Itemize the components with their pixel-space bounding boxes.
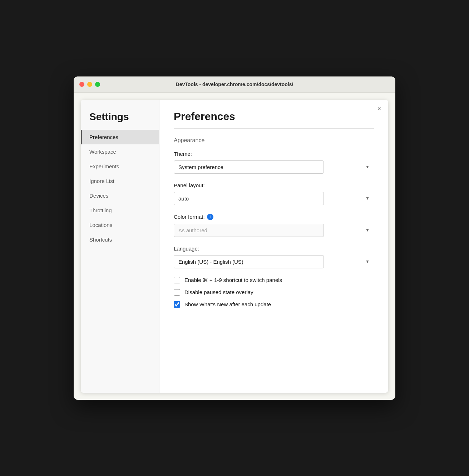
cmd-shortcut-checkbox-item[interactable]: Enable ⌘ + 1-9 shortcut to switch panels — [174, 277, 374, 283]
language-select[interactable]: English (US) - English (US) — [174, 255, 324, 268]
paused-overlay-label: Disable paused state overlay — [184, 289, 253, 295]
panel-layout-select-wrapper: auto horizontal vertical ▼ — [174, 192, 374, 205]
color-format-select-wrapper: As authored HEX RGB HSL ▼ — [174, 224, 374, 237]
checkbox-group: Enable ⌘ + 1-9 shortcut to switch panels… — [174, 277, 374, 308]
settings-dialog: × Settings Preferences Workspace Experim… — [81, 100, 388, 393]
whats-new-label: Show What's New after each update — [184, 301, 271, 307]
section-divider — [174, 128, 374, 129]
cmd-shortcut-checkbox[interactable] — [174, 277, 180, 283]
browser-window: DevTools - developer.chrome.com/docs/dev… — [74, 76, 395, 400]
sidebar-item-locations[interactable]: Locations — [81, 218, 159, 232]
browser-title: DevTools - developer.chrome.com/docs/dev… — [176, 81, 293, 87]
color-format-select-arrow-icon: ▼ — [365, 228, 370, 233]
theme-select[interactable]: System preference Light Dark — [174, 160, 324, 174]
color-format-info-icon[interactable]: i — [207, 214, 213, 220]
sidebar-item-preferences[interactable]: Preferences — [81, 130, 159, 144]
whats-new-checkbox-item[interactable]: Show What's New after each update — [174, 301, 374, 308]
theme-select-arrow-icon: ▼ — [365, 164, 370, 169]
theme-label: Theme: — [174, 151, 374, 157]
theme-field-group: Theme: System preference Light Dark ▼ — [174, 151, 374, 174]
sidebar-item-throttling[interactable]: Throttling — [81, 203, 159, 218]
main-content: Preferences Appearance Theme: System pre… — [159, 100, 388, 393]
sidebar-item-ignore-list[interactable]: Ignore List — [81, 174, 159, 188]
sidebar-title: Settings — [81, 105, 159, 130]
panel-layout-field-group: Panel layout: auto horizontal vertical ▼ — [174, 182, 374, 205]
language-field-group: Language: English (US) - English (US) ▼ — [174, 246, 374, 268]
sidebar-item-workspace[interactable]: Workspace — [81, 144, 159, 159]
language-label: Language: — [174, 246, 374, 252]
color-format-select[interactable]: As authored HEX RGB HSL — [174, 224, 324, 237]
cmd-shortcut-label: Enable ⌘ + 1-9 shortcut to switch panels — [184, 277, 282, 283]
paused-overlay-checkbox-item[interactable]: Disable paused state overlay — [174, 289, 374, 296]
whats-new-checkbox[interactable] — [174, 301, 180, 308]
traffic-lights — [79, 82, 100, 87]
sidebar: Settings Preferences Workspace Experimen… — [81, 100, 159, 393]
subsection-appearance: Appearance — [174, 137, 374, 144]
maximize-traffic-light[interactable] — [95, 82, 100, 87]
panel-layout-select[interactable]: auto horizontal vertical — [174, 192, 324, 205]
paused-overlay-checkbox[interactable] — [174, 289, 180, 296]
minimize-traffic-light[interactable] — [87, 82, 92, 87]
title-bar: DevTools - developer.chrome.com/docs/dev… — [74, 76, 395, 93]
section-title: Preferences — [174, 110, 374, 123]
sidebar-item-devices[interactable]: Devices — [81, 188, 159, 203]
language-select-wrapper: English (US) - English (US) ▼ — [174, 255, 374, 268]
language-select-arrow-icon: ▼ — [365, 259, 370, 264]
sidebar-item-experiments[interactable]: Experiments — [81, 159, 159, 174]
dialog-close-button[interactable]: × — [375, 105, 383, 113]
panel-layout-select-arrow-icon: ▼ — [365, 196, 370, 201]
color-format-field-group: Color format: i As authored HEX RGB HSL … — [174, 214, 374, 237]
close-traffic-light[interactable] — [79, 82, 84, 87]
theme-select-wrapper: System preference Light Dark ▼ — [174, 160, 374, 174]
sidebar-item-shortcuts[interactable]: Shortcuts — [81, 232, 159, 247]
panel-layout-label: Panel layout: — [174, 182, 374, 188]
color-format-label: Color format: i — [174, 214, 374, 220]
